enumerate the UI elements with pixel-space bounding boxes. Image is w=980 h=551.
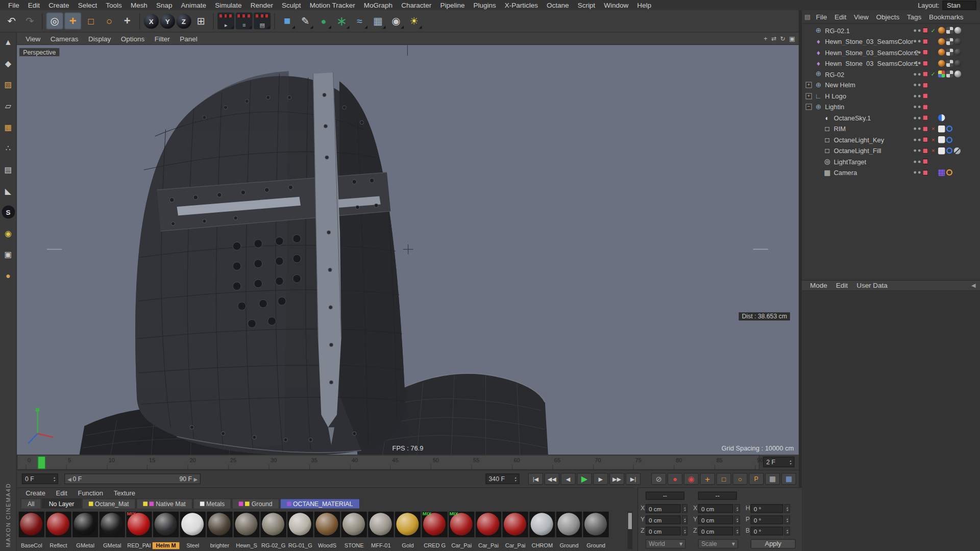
object-row-hewn-stone-03-seamscolor-2[interactable]: ♦Hewn_Stone_03_SeamsColor.2 <box>802 47 980 58</box>
viewport-menu-display[interactable]: Display <box>83 35 116 42</box>
material-tab-native-mat[interactable]: Native Mat <box>136 498 192 509</box>
layer-color-chip[interactable] <box>922 71 928 77</box>
viewport-menu-panel[interactable]: Panel <box>175 35 203 42</box>
visibility-dot-icon[interactable] <box>918 40 921 43</box>
coord-field-y-1[interactable]: 0 cm <box>698 515 733 524</box>
spinner-icon[interactable]: ▴▾ <box>682 504 688 513</box>
render-settings-icon[interactable]: ≡ <box>236 12 253 29</box>
generator-icon[interactable]: ● <box>315 12 332 29</box>
layer-color-chip[interactable] <box>922 39 928 44</box>
white-tag-icon[interactable] <box>938 147 945 154</box>
undo-icon[interactable]: ↶ <box>3 12 20 29</box>
enable-dot-icon[interactable] <box>914 84 916 86</box>
object-row-lightin[interactable]: −⊕Lightin <box>802 102 980 112</box>
record-rotation-button[interactable]: ○ <box>732 473 747 485</box>
spline-pen-icon[interactable]: ✎ <box>297 12 314 29</box>
menu-motion-tracker[interactable]: Motion Tracker <box>305 1 359 9</box>
menu-character[interactable]: Character <box>397 1 436 9</box>
enable-dot-icon[interactable] <box>914 95 916 97</box>
scale-icon[interactable]: □ <box>83 12 100 29</box>
layer-color-chip[interactable] <box>922 126 928 132</box>
spinner-icon[interactable]: ▴▾ <box>734 504 740 513</box>
collapse-icon[interactable]: − <box>805 104 812 110</box>
object-row-h-logo[interactable]: +∟H Logo <box>802 91 980 102</box>
autokey-button[interactable]: ◉ <box>684 473 699 485</box>
material-helm-m[interactable]: Helm M <box>153 511 180 551</box>
viewport-maximize-icon[interactable]: ▣ <box>789 35 795 42</box>
render-view-icon[interactable]: ▸ <box>217 12 234 29</box>
floor-icon[interactable]: ▦ <box>370 12 386 29</box>
light-icon[interactable]: ☀ <box>406 12 423 29</box>
record-pla-button[interactable]: ▦ <box>765 473 780 485</box>
disabled-x-icon[interactable]: × <box>930 137 936 143</box>
menu-file[interactable]: File <box>4 1 23 9</box>
checker-tag-icon[interactable] <box>946 49 953 56</box>
menu-pipeline[interactable]: Pipeline <box>436 1 469 9</box>
live-selection-icon[interactable]: ◎ <box>46 12 63 29</box>
polygons-mode-icon[interactable]: ◣ <box>2 184 15 197</box>
viewport-rotate-icon[interactable]: ↻ <box>780 35 785 42</box>
viewport-pan-icon[interactable]: ⇄ <box>771 35 776 42</box>
visibility-dot-icon[interactable] <box>918 62 921 65</box>
layer-color-chip[interactable] <box>922 137 928 142</box>
object-row-rg-02-1[interactable]: ⊕RG-02.1✓ <box>802 25 980 36</box>
spinner-icon[interactable]: ▴▾ <box>514 476 516 482</box>
gray-tag-icon[interactable] <box>954 71 961 78</box>
material-ground[interactable]: Ground <box>556 511 583 551</box>
spinner-icon[interactable]: ▴▾ <box>790 459 791 465</box>
material-mff-01[interactable]: MFF-01 <box>368 511 395 551</box>
material-gmetal[interactable]: GMetal <box>99 511 126 551</box>
material-tab-octane-mat[interactable]: Octane_Mat <box>82 498 136 509</box>
lock-x-icon[interactable]: X <box>144 13 159 28</box>
viewport-solo-icon[interactable]: S <box>2 206 15 219</box>
points-mode-icon[interactable]: ∴ <box>2 142 15 155</box>
record-position-button[interactable]: + <box>700 473 715 485</box>
layer-color-chip[interactable] <box>922 115 928 121</box>
material-ground[interactable]: Ground <box>582 511 609 551</box>
menu-octane[interactable]: Octane <box>543 1 574 9</box>
material-menu-texture[interactable]: Texture <box>109 489 140 497</box>
lock-workplane-icon[interactable]: ▣ <box>2 248 15 261</box>
om-menu-bookmarks[interactable]: Bookmarks <box>925 13 967 20</box>
timeline-range-slider[interactable]: ◀ 0 F90 F ▶ <box>64 473 201 484</box>
enable-dot-icon[interactable] <box>914 106 916 108</box>
current-frame-marker[interactable] <box>38 456 46 469</box>
viewport-move-icon[interactable]: + <box>764 35 767 42</box>
last-tool-icon[interactable]: + <box>119 12 136 29</box>
coord-field-z-1[interactable]: 0 cm <box>698 527 733 535</box>
visibility-dot-icon[interactable] <box>918 106 921 108</box>
object-row-hewn-stone-03-seamscolor[interactable]: ♦Hewn_Stone_03_SeamsColor <box>802 36 980 46</box>
menu-plugins[interactable]: Plugins <box>469 1 500 9</box>
layer-color-chip[interactable] <box>922 148 928 154</box>
material-tab-ground[interactable]: Ground <box>232 498 279 509</box>
checker-tag-icon[interactable] <box>946 27 953 34</box>
move-icon[interactable]: + <box>64 12 81 29</box>
visibility-dot-icon[interactable] <box>918 95 921 97</box>
orange-tag-icon[interactable] <box>938 27 945 34</box>
coord-field-b-2[interactable]: 0 ° <box>751 527 783 535</box>
world-dropdown[interactable]: World▾ <box>646 539 685 548</box>
edges-mode-icon[interactable]: ▤ <box>2 163 15 177</box>
record-scale-button[interactable]: □ <box>716 473 731 485</box>
solo-button[interactable]: ⊘ <box>651 473 666 485</box>
object-row-hewn-stone-03-seamscolor-1[interactable]: ♦Hewn_Stone_03_SeamsColor.1 <box>802 58 980 68</box>
checker-tag-icon[interactable] <box>946 38 953 44</box>
coord-header-field[interactable]: -- <box>646 492 684 500</box>
object-row-octanelight-fill[interactable]: □OctaneLight_Fill× <box>802 145 980 156</box>
object-row-rg-02[interactable]: ⊕RG-02✓ <box>802 69 980 80</box>
redo-icon[interactable]: ↷ <box>21 12 38 29</box>
menu-tools[interactable]: Tools <box>102 1 127 9</box>
visibility-dot-icon[interactable] <box>918 29 921 32</box>
blue-half-tag-icon[interactable] <box>938 114 945 121</box>
model-mode-icon[interactable]: ◆ <box>2 57 15 70</box>
om-menu-edit[interactable]: Edit <box>831 13 850 20</box>
material-rg-01-g[interactable]: RG-01_G <box>287 511 314 551</box>
spinner-icon[interactable]: ▴▾ <box>734 515 740 524</box>
coordinate-system-icon[interactable]: ⊞ <box>192 12 209 29</box>
next-key-button[interactable]: ▶▶ <box>609 473 624 485</box>
lock-z-icon[interactable]: Z <box>176 13 191 28</box>
keying-settings-button[interactable]: ▦ <box>781 473 796 485</box>
texture-paint-icon[interactable]: ● <box>2 269 15 283</box>
orange-tag-icon[interactable] <box>938 60 945 66</box>
enable-dot-icon[interactable] <box>914 51 916 54</box>
